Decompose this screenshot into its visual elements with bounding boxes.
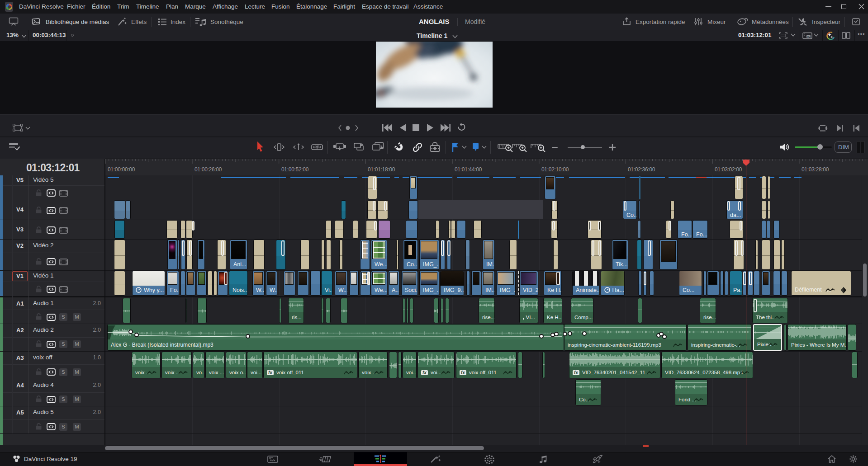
svg-text:HQ: HQ	[807, 36, 811, 38]
